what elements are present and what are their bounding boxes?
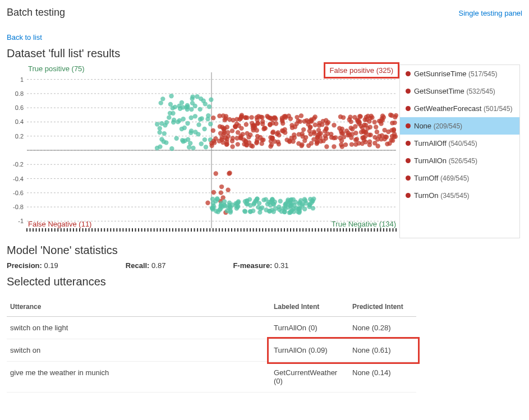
svg-point-546 (211, 190, 216, 195)
svg-point-428 (352, 115, 357, 119)
sidebar-item-turnon[interactable]: TurnOn (345/545) (400, 187, 519, 204)
svg-point-492 (343, 142, 348, 147)
table-row[interactable]: switch on the lightTurnAllOn (0)None (0.… (7, 317, 416, 339)
svg-point-678 (298, 198, 303, 202)
svg-point-152 (190, 101, 195, 105)
svg-text:0.4: 0.4 (15, 118, 24, 125)
svg-point-542 (218, 124, 222, 128)
svg-point-544 (219, 184, 224, 189)
svg-point-497 (348, 119, 353, 124)
sidebar-item-getsunrisetime[interactable]: GetSunriseTime (517/545) (400, 65, 519, 82)
back-to-list-link[interactable]: Back to list (7, 33, 42, 41)
sidebar-item-getweatherforecast[interactable]: GetWeatherForecast (501/545) (400, 100, 519, 117)
table-row[interactable]: give me the weather in munichGetCurrentW… (7, 362, 416, 393)
svg-point-548 (227, 170, 232, 175)
svg-point-481 (385, 142, 389, 146)
svg-point-438 (225, 125, 229, 130)
svg-point-532 (317, 121, 321, 125)
svg-point-206 (182, 139, 187, 143)
table-row[interactable]: switch onTurnAllOn (0.09)None (0.61) (7, 339, 416, 362)
svg-point-452 (280, 117, 284, 122)
svg-point-158 (160, 96, 165, 101)
recall-stat: Recall: 0.87 (126, 261, 166, 270)
svg-point-208 (158, 126, 162, 131)
svg-point-687 (291, 197, 296, 202)
status-dot-icon (406, 106, 411, 111)
col-predicted: Predicted Intent (349, 297, 416, 317)
svg-point-473 (380, 113, 385, 118)
svg-point-535 (309, 118, 313, 123)
col-utterance: Utterance (7, 297, 270, 317)
sidebar-item-label: GetSunriseTime (517/545) (414, 70, 497, 78)
svg-point-205 (159, 137, 164, 141)
svg-point-527 (386, 130, 390, 134)
svg-point-419 (375, 130, 379, 134)
svg-point-421 (353, 131, 358, 135)
svg-point-634 (260, 205, 264, 210)
svg-point-503 (329, 132, 333, 136)
svg-point-523 (271, 130, 275, 134)
svg-point-466 (380, 133, 384, 137)
tn-label: True Negative (134) (332, 220, 396, 228)
svg-point-267 (349, 142, 354, 146)
svg-point-524 (390, 121, 394, 125)
svg-point-193 (181, 117, 186, 121)
svg-point-390 (249, 115, 254, 119)
svg-point-512 (224, 142, 229, 146)
svg-text:0.6: 0.6 (15, 104, 24, 111)
svg-point-628 (228, 210, 233, 214)
svg-point-502 (308, 132, 312, 136)
svg-point-146 (187, 145, 191, 149)
status-dot-icon (406, 176, 411, 181)
svg-point-212 (190, 96, 194, 101)
svg-point-352 (346, 131, 351, 135)
sidebar-item-label: TurnOff (469/545) (414, 174, 469, 182)
svg-point-622 (261, 197, 266, 202)
svg-point-238 (244, 122, 249, 127)
svg-point-506 (316, 128, 321, 132)
svg-point-374 (255, 115, 259, 119)
svg-point-373 (353, 124, 357, 128)
svg-point-536 (364, 115, 369, 119)
sidebar-item-none[interactable]: None (209/545) (400, 117, 519, 135)
svg-point-189 (162, 131, 167, 136)
svg-point-633 (311, 206, 315, 210)
svg-point-409 (364, 130, 368, 135)
svg-point-609 (243, 209, 247, 214)
svg-point-493 (211, 128, 215, 133)
svg-point-641 (307, 202, 312, 207)
svg-point-540 (230, 128, 234, 133)
svg-point-160 (203, 137, 207, 142)
svg-point-368 (230, 139, 234, 143)
svg-point-449 (261, 127, 266, 131)
svg-point-150 (209, 97, 213, 101)
sidebar-item-turnallon[interactable]: TurnAllOn (526/545) (400, 152, 519, 169)
confusion-scatter-chart[interactable]: -1-0.8-0.6-0.4-0.20.20.40.60.81 True pos… (7, 64, 399, 238)
svg-point-187 (180, 100, 184, 105)
svg-point-526 (268, 116, 272, 120)
svg-point-635 (211, 204, 216, 208)
svg-text:0.2: 0.2 (15, 133, 24, 140)
svg-text:-0.8: -0.8 (13, 204, 24, 210)
svg-point-525 (277, 142, 281, 146)
svg-point-436 (302, 139, 307, 143)
svg-point-489 (238, 133, 243, 138)
sidebar-item-getsunsettime[interactable]: GetSunsetTime (532/545) (400, 82, 519, 100)
status-dot-icon (406, 141, 411, 146)
svg-point-366 (313, 123, 318, 127)
svg-point-539 (374, 124, 378, 129)
svg-point-541 (348, 115, 352, 119)
svg-point-213 (188, 141, 192, 145)
single-testing-panel-link[interactable]: Single testing panel (459, 9, 522, 17)
svg-point-256 (372, 120, 376, 124)
svg-point-614 (310, 198, 315, 202)
sidebar-item-turnoff[interactable]: TurnOff (469/545) (400, 169, 519, 187)
svg-point-168 (202, 127, 206, 131)
svg-text:-0.4: -0.4 (13, 176, 24, 182)
status-dot-icon (406, 89, 411, 94)
svg-point-393 (349, 135, 353, 140)
svg-point-403 (236, 142, 240, 146)
svg-point-412 (302, 119, 307, 123)
svg-text:-1: -1 (18, 218, 24, 224)
sidebar-item-turnalloff[interactable]: TurnAllOff (540/545) (400, 135, 519, 152)
